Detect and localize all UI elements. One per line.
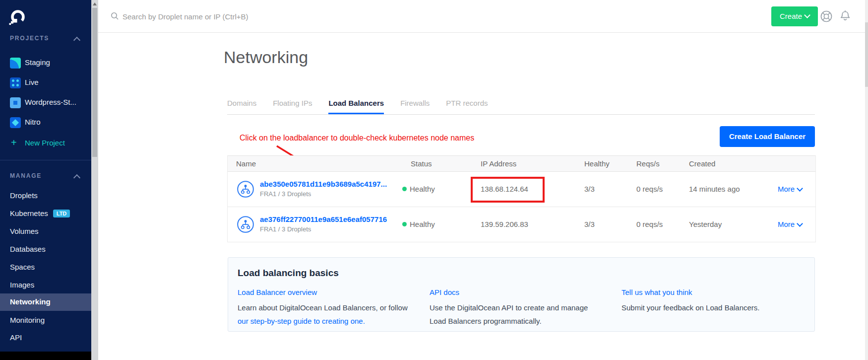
column-header-healthy: Healthy [584,159,610,168]
column-header-reqs: Reqs/s [636,159,660,168]
create-button[interactable]: Create [771,6,818,26]
new-project-button[interactable]: + New Project [0,137,91,150]
sidebar-project-live[interactable]: Live [0,76,91,89]
column-header-ip: IP Address [481,159,516,168]
manage-section-header: MANAGE [10,172,42,179]
healthy-value: 3/3 [584,220,595,228]
sidebar-item-spaces[interactable]: Spaces [0,261,91,274]
basics-title: Load balancing basics [238,268,339,279]
sidebar-item-images[interactable]: Images [0,279,91,292]
search-input[interactable] [122,8,372,25]
basics-feedback-text: Submit your feedback on Load Balancers. [621,301,795,314]
load-balancer-overview-link[interactable]: Load Balancer overview [238,288,411,297]
page-scrollbar[interactable] [865,0,868,360]
sidebar-bottom-black-strip [0,352,91,360]
tab-firewalls[interactable]: Firewalls [400,99,430,114]
manage-collapse-chevron-icon[interactable] [73,174,80,181]
ip-address-value: 139.59.206.83 [481,220,528,228]
column-header-status: Status [411,159,432,168]
more-button[interactable]: More [778,185,802,193]
status-value: Healthy [410,220,435,228]
load-balancer-name-link[interactable]: abe350e05781d11e9b3689a5c4197... [260,180,387,188]
scrollbar-thumb[interactable] [92,8,97,157]
more-button[interactable]: More [778,220,802,228]
feedback-link[interactable]: Tell us what you think [621,288,795,297]
page-scrollbar-thumb[interactable] [865,22,868,87]
healthy-value: 3/3 [584,185,595,193]
sidebar-item-monitoring[interactable]: Monitoring [0,314,91,327]
project-staging-icon [10,58,21,69]
project-label: Staging [25,58,50,67]
sidebar-project-wordpress[interactable]: Wordpress-St... [0,96,91,109]
sidebar-item-databases[interactable]: Databases [0,243,91,256]
load-balancer-subtext: FRA1 / 3 Droplets [260,190,311,198]
load-balancing-basics-panel: Load balancing basics Load Balancer over… [228,257,815,332]
basics-overview-text: Learn about DigitalOcean Load Balancers,… [238,303,408,312]
chevron-down-icon [797,185,803,192]
project-label: Wordpress-St... [25,98,76,106]
notifications-bell-icon[interactable] [838,9,852,25]
table-row[interactable]: ae376ff22770011e9a651e6eaf057716 FRA1 / … [228,207,815,242]
tab-domains[interactable]: Domains [227,99,256,114]
basics-api-text: Use the DigitalOcean API to create and m… [430,301,593,328]
project-label: Live [25,78,39,86]
sidebar: PROJECTS Staging Live Wordpress-St... [0,0,91,360]
sidebar-item-droplets[interactable]: Droplets [0,190,91,203]
tab-bar: Domains Floating IPs Load Balancers Fire… [227,99,815,115]
create-load-balancer-button[interactable]: Create Load Balancer [720,126,815,147]
sidebar-item-api[interactable]: API [0,332,91,345]
created-value: 14 minutes ago [689,185,740,193]
tab-floating-ips[interactable]: Floating IPs [273,99,312,114]
sidebar-project-nitro[interactable]: Nitro [0,116,91,129]
sidebar-divider [0,160,91,160]
health-status-dot [402,187,407,191]
projects-section-header: PROJECTS [10,35,49,42]
column-header-name: Name [236,159,256,168]
project-nitro-icon [10,117,21,128]
page-title: Networking [224,48,308,67]
api-docs-link[interactable]: API docs [430,288,593,297]
load-balancer-icon [237,216,254,235]
column-header-created: Created [689,159,715,168]
sidebar-project-staging[interactable]: Staging [0,57,91,70]
project-label: Nitro [25,118,41,126]
sidebar-item-volumes[interactable]: Volumes [0,225,91,238]
help-lifering-icon[interactable] [819,9,833,25]
sidebar-item-networking[interactable]: Networking [0,293,91,311]
step-by-step-guide-link[interactable]: our step-by-step guide to creating one. [238,317,365,325]
digitalocean-logo-icon[interactable] [9,9,27,27]
health-status-dot [402,222,407,226]
tab-ptr-records[interactable]: PTR records [446,99,488,114]
sidebar-item-kubernetes[interactable]: KubernetesLTD [0,208,91,220]
chevron-down-icon [804,12,810,18]
scrollbar-up-arrow-icon[interactable] [93,2,97,5]
app-window: PROJECTS Staging Live Wordpress-St... [0,0,868,360]
topbar: Create [98,0,865,33]
basics-column-overview: Load Balancer overview Learn about Digit… [238,288,411,328]
plus-icon: + [11,137,17,148]
load-balancer-subtext: FRA1 / 3 Droplets [260,225,311,233]
load-balancer-icon [237,181,254,200]
search-icon [111,12,119,22]
annotation-highlight-box [471,177,545,203]
created-value: Yesterday [689,220,722,228]
chevron-down-icon [797,220,803,227]
project-live-icon [10,77,21,88]
table-header-row: Name Status IP Address Healthy Reqs/s Cr… [228,155,815,172]
reqs-value: 0 reqs/s [636,220,663,228]
project-wordpress-icon [10,97,21,108]
ltd-badge: LTD [53,210,70,217]
projects-collapse-chevron-icon[interactable] [73,37,80,44]
load-balancer-name-link[interactable]: ae376ff22770011e9a651e6eaf057716 [260,215,387,223]
basics-column-feedback: Tell us what you think Submit your feedb… [621,288,795,314]
content-scrollbar[interactable] [91,0,98,360]
status-value: Healthy [410,185,435,193]
reqs-value: 0 reqs/s [636,185,663,193]
tab-load-balancers[interactable]: Load Balancers [328,99,384,114]
basics-column-api: API docs Use the DigitalOcean API to cre… [430,288,593,328]
